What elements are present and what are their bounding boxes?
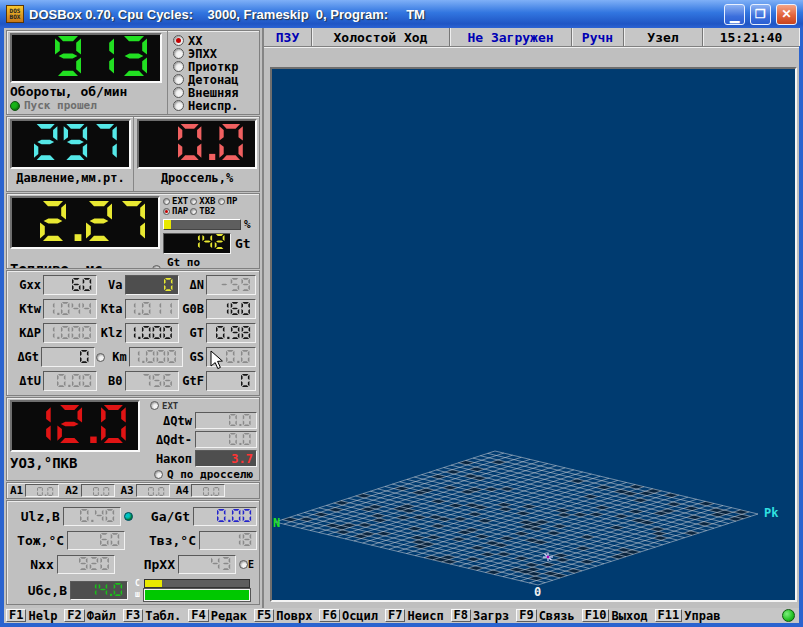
nxx-field <box>57 555 115 574</box>
fnkey-f9[interactable]: F9Связь <box>516 609 582 623</box>
ignition-display <box>10 400 140 452</box>
e-radio[interactable] <box>239 560 248 569</box>
rpm-value <box>55 36 154 80</box>
fnkey-cap: F6 <box>319 609 339 622</box>
coeff-value-b0[interactable] <box>125 371 179 391</box>
flag-radio-par[interactable] <box>163 208 170 215</box>
flag-radio-ext[interactable] <box>163 198 170 205</box>
fnkey-label: Редак <box>211 609 247 623</box>
coeff-value-dgt[interactable] <box>41 347 95 367</box>
menu-idle-mode[interactable]: Холостой Ход <box>312 28 450 46</box>
menu-pzu[interactable]: ПЗУ <box>264 28 312 46</box>
adc-channels-section: A1 A2 A3 A4 <box>6 482 260 499</box>
coeff-value-kta[interactable] <box>125 299 179 319</box>
fnkey-f11[interactable]: F11Управ <box>655 609 728 623</box>
map-mesh <box>272 69 795 600</box>
window-title: DOSBox 0.70, Cpu Cycles: 3000, Frameskip… <box>29 7 719 22</box>
coeff-value-dtu[interactable] <box>43 371 97 391</box>
titlebar: DOSBOX DOSBox 0.70, Cpu Cycles: 3000, Fr… <box>0 0 803 28</box>
close-button[interactable]: ✕ <box>776 4 797 25</box>
prxx-field <box>178 555 236 574</box>
gt-value <box>190 234 227 253</box>
fnkey-label: Управ <box>684 609 720 623</box>
coeff-value-ktw[interactable] <box>43 299 97 319</box>
fnkey-f8[interactable]: F8Загрз <box>451 609 517 623</box>
fuel-display <box>10 196 160 249</box>
gagt-field <box>193 507 257 526</box>
menu-uzel[interactable]: Узел <box>624 28 703 46</box>
coeff-value-gs[interactable] <box>206 347 256 367</box>
fnkey-f6[interactable]: F6Осцил <box>319 609 385 623</box>
start-ok-label: Пуск прошел <box>24 99 97 112</box>
channel-label-a4: A4 <box>176 484 189 497</box>
coeff-value-km[interactable] <box>129 347 183 367</box>
fnkey-label: Связь <box>539 609 575 623</box>
flag-radio-xxv[interactable] <box>190 198 197 205</box>
fuel-value <box>40 201 152 245</box>
coeff-label-va: Va <box>97 278 123 292</box>
coeff-label-kta: Kta <box>97 302 123 316</box>
menu-ruchn[interactable]: Ручн <box>572 28 624 46</box>
coeff-value-va-selected[interactable] <box>125 275 179 295</box>
fnkey-cap: F4 <box>188 609 208 622</box>
fnkey-f2[interactable]: F2Файл <box>64 609 122 623</box>
coeff-value-gtf[interactable] <box>206 371 256 391</box>
mode-label: ЭПХХ <box>188 47 217 61</box>
maximize-button[interactable]: ❒ <box>750 4 771 25</box>
dgt-radio[interactable] <box>96 353 105 362</box>
coeff-value-kdp[interactable] <box>43 323 97 343</box>
ubs-label: Uбс,В <box>9 583 67 598</box>
coeff-label-dn: ΔN <box>179 278 205 292</box>
fuel-percent-bar <box>163 219 241 230</box>
coeff-value-gt[interactable] <box>206 323 256 343</box>
ignition-ext-radio[interactable] <box>150 401 159 410</box>
axis-label-origin: 0 <box>534 585 541 599</box>
fnkey-f7[interactable]: F7Неисп <box>385 609 451 623</box>
sh-bar <box>144 589 250 601</box>
fnkey-f5[interactable]: F5Поврх <box>254 609 320 623</box>
ignition-value <box>26 405 132 447</box>
map-3d-view: N Pk 0 <box>270 67 797 602</box>
menu-not-loaded[interactable]: Не Загружен <box>450 28 572 46</box>
instrument-panel: Обороты, об/мин Пуск прошел ХХ ЭПХХ Прио… <box>4 28 264 608</box>
ignition-ext-label: ЕХТ <box>162 401 178 411</box>
mode-label: Детонац <box>188 73 239 87</box>
fnkey-f4[interactable]: F4Редак <box>188 609 254 623</box>
mode-radio-epxx[interactable] <box>173 48 184 59</box>
q-by-throttle-radio[interactable] <box>154 470 163 479</box>
tvz-label: Твз,°С <box>139 533 196 548</box>
dqdt-field <box>195 431 257 448</box>
coeff-value-gxx[interactable] <box>43 275 97 295</box>
engine-mode-group: ХХ ЭПХХ Приоткр Детонац Внешняя Неиспр. <box>167 31 259 114</box>
flag-radio-pr[interactable] <box>218 198 225 205</box>
gagt-label: Ga/Gt <box>141 509 190 524</box>
map-panel: ПЗУ Холостой Ход Не Загружен Ручн Узел 1… <box>264 28 799 608</box>
flag-radio-tv2[interactable] <box>190 208 197 215</box>
fnkey-f3[interactable]: F3Табл. <box>123 609 189 623</box>
coeff-value-g0b[interactable] <box>206 299 256 319</box>
coeff-value-dn[interactable] <box>206 275 256 295</box>
misc-values-section: Ulz,B Ga/Gt Тож,°С Твз,°С Nxx ПрХХ <box>6 500 260 605</box>
mode-radio-xx[interactable] <box>173 35 184 46</box>
gt-by-throttle-radio[interactable] <box>152 265 161 270</box>
fnkey-label: Неисп <box>407 609 443 623</box>
fnkey-f10[interactable]: F10Выход <box>582 609 655 623</box>
fnkey-label: Табл. <box>145 609 181 623</box>
mode-radio-detonac[interactable] <box>173 74 184 85</box>
mode-label: ХХ <box>188 34 202 48</box>
mode-radio-priotkr[interactable] <box>173 61 184 72</box>
axis-label-n: N <box>273 516 280 530</box>
mode-radio-neispr[interactable] <box>173 100 184 111</box>
minimize-button[interactable]: ▁ <box>724 4 745 25</box>
coeff-label-gs: GS <box>183 350 204 364</box>
channel-label-a3: A3 <box>121 484 134 497</box>
ulz-led <box>124 512 133 521</box>
coeff-label-klz: Klz <box>97 326 123 340</box>
mode-radio-vneshnyaya[interactable] <box>173 87 184 98</box>
fnkey-f1[interactable]: F1Help <box>6 609 64 623</box>
fnkey-label: Осцил <box>342 609 378 623</box>
flag-label: ТВ2 <box>199 206 215 216</box>
throttle-label: Дроссель,% <box>137 171 257 185</box>
fnkey-cap: F1 <box>6 609 26 622</box>
coeff-value-klz[interactable] <box>125 323 179 343</box>
